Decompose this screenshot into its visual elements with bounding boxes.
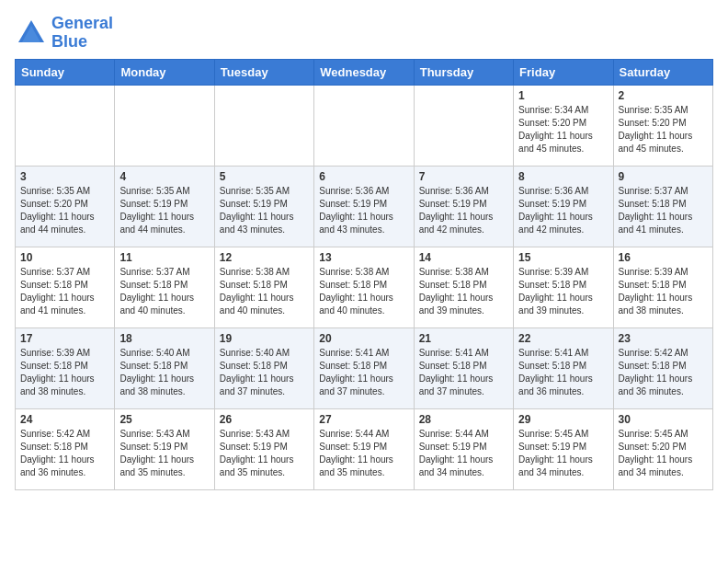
day-info: Sunrise: 5:35 AMSunset: 5:19 PMDaylight:… [220, 185, 309, 236]
day-number: 4 [119, 170, 209, 183]
day-number: 9 [619, 170, 708, 183]
calendar-cell: 18Sunrise: 5:40 AMSunset: 5:18 PMDayligh… [115, 327, 214, 408]
calendar-week-row: 1Sunrise: 5:34 AMSunset: 5:20 PMDaylight… [16, 85, 713, 166]
day-info: Sunrise: 5:36 AMSunset: 5:19 PMDaylight:… [419, 185, 508, 236]
day-number: 24 [20, 413, 109, 426]
day-number: 6 [319, 170, 408, 183]
day-info: Sunrise: 5:45 AMSunset: 5:19 PMDaylight:… [518, 428, 608, 479]
day-info: Sunrise: 5:35 AMSunset: 5:19 PMDaylight:… [119, 185, 209, 236]
day-number: 26 [220, 413, 309, 426]
logo: General Blue [15, 15, 113, 52]
calendar-cell: 28Sunrise: 5:44 AMSunset: 5:19 PMDayligh… [414, 408, 513, 489]
calendar-cell: 16Sunrise: 5:39 AMSunset: 5:18 PMDayligh… [613, 247, 712, 327]
day-info: Sunrise: 5:38 AMSunset: 5:18 PMDaylight:… [220, 266, 309, 317]
day-info: Sunrise: 5:41 AMSunset: 5:18 PMDaylight:… [518, 347, 608, 398]
calendar-cell [115, 85, 214, 166]
day-number: 12 [220, 251, 309, 264]
calendar-cell: 17Sunrise: 5:39 AMSunset: 5:18 PMDayligh… [16, 327, 115, 408]
day-info: Sunrise: 5:41 AMSunset: 5:18 PMDaylight:… [319, 347, 408, 398]
day-number: 28 [419, 413, 508, 426]
calendar-cell: 29Sunrise: 5:45 AMSunset: 5:19 PMDayligh… [514, 408, 613, 489]
day-info: Sunrise: 5:34 AMSunset: 5:20 PMDaylight:… [518, 104, 608, 155]
calendar-cell: 24Sunrise: 5:42 AMSunset: 5:18 PMDayligh… [16, 408, 115, 489]
day-info: Sunrise: 5:43 AMSunset: 5:19 PMDaylight:… [220, 428, 309, 479]
day-number: 20 [319, 332, 408, 345]
calendar-cell: 8Sunrise: 5:36 AMSunset: 5:19 PMDaylight… [514, 166, 613, 247]
calendar-cell [314, 85, 414, 166]
day-info: Sunrise: 5:38 AMSunset: 5:18 PMDaylight:… [319, 266, 408, 317]
calendar-cell: 6Sunrise: 5:36 AMSunset: 5:19 PMDaylight… [314, 166, 414, 247]
calendar-cell [214, 85, 313, 166]
calendar-cell: 1Sunrise: 5:34 AMSunset: 5:20 PMDaylight… [514, 85, 613, 166]
day-info: Sunrise: 5:40 AMSunset: 5:18 PMDaylight:… [119, 347, 209, 398]
calendar-cell: 10Sunrise: 5:37 AMSunset: 5:18 PMDayligh… [16, 247, 115, 327]
day-number: 16 [619, 251, 708, 264]
day-info: Sunrise: 5:39 AMSunset: 5:18 PMDaylight:… [20, 347, 109, 398]
day-info: Sunrise: 5:35 AMSunset: 5:20 PMDaylight:… [20, 185, 109, 236]
calendar-cell: 9Sunrise: 5:37 AMSunset: 5:18 PMDaylight… [613, 166, 712, 247]
day-number: 7 [419, 170, 508, 183]
calendar-cell: 14Sunrise: 5:38 AMSunset: 5:18 PMDayligh… [414, 247, 513, 327]
calendar-cell: 19Sunrise: 5:40 AMSunset: 5:18 PMDayligh… [214, 327, 313, 408]
calendar-cell: 12Sunrise: 5:38 AMSunset: 5:18 PMDayligh… [214, 247, 313, 327]
calendar-cell: 27Sunrise: 5:44 AMSunset: 5:19 PMDayligh… [314, 408, 414, 489]
day-number: 23 [619, 332, 708, 345]
day-number: 18 [119, 332, 209, 345]
calendar-cell: 7Sunrise: 5:36 AMSunset: 5:19 PMDaylight… [414, 166, 513, 247]
day-number: 3 [20, 170, 109, 183]
day-info: Sunrise: 5:39 AMSunset: 5:18 PMDaylight:… [518, 266, 608, 317]
logo-text: General Blue [51, 15, 113, 52]
day-number: 10 [20, 251, 109, 264]
calendar-cell: 23Sunrise: 5:42 AMSunset: 5:18 PMDayligh… [613, 327, 712, 408]
calendar-week-row: 24Sunrise: 5:42 AMSunset: 5:18 PMDayligh… [16, 408, 713, 489]
day-number: 22 [518, 332, 608, 345]
day-header-saturday: Saturday [613, 59, 712, 85]
day-number: 8 [518, 170, 608, 183]
day-number: 27 [319, 413, 408, 426]
day-info: Sunrise: 5:39 AMSunset: 5:18 PMDaylight:… [619, 266, 708, 317]
calendar-cell: 3Sunrise: 5:35 AMSunset: 5:20 PMDaylight… [16, 166, 115, 247]
day-number: 17 [20, 332, 109, 345]
day-info: Sunrise: 5:37 AMSunset: 5:18 PMDaylight:… [119, 266, 209, 317]
calendar-cell: 2Sunrise: 5:35 AMSunset: 5:20 PMDaylight… [613, 85, 712, 166]
calendar-cell: 13Sunrise: 5:38 AMSunset: 5:18 PMDayligh… [314, 247, 414, 327]
day-info: Sunrise: 5:40 AMSunset: 5:18 PMDaylight:… [220, 347, 309, 398]
calendar-header-row: SundayMondayTuesdayWednesdayThursdayFrid… [16, 59, 713, 85]
page-header: General Blue [15, 15, 713, 52]
day-info: Sunrise: 5:37 AMSunset: 5:18 PMDaylight:… [619, 185, 708, 236]
day-number: 21 [419, 332, 508, 345]
day-info: Sunrise: 5:45 AMSunset: 5:20 PMDaylight:… [619, 428, 708, 479]
day-info: Sunrise: 5:43 AMSunset: 5:19 PMDaylight:… [119, 428, 209, 479]
day-number: 11 [119, 251, 209, 264]
calendar-cell [16, 85, 115, 166]
day-info: Sunrise: 5:42 AMSunset: 5:18 PMDaylight:… [20, 428, 109, 479]
calendar-cell [414, 85, 513, 166]
calendar-week-row: 10Sunrise: 5:37 AMSunset: 5:18 PMDayligh… [16, 247, 713, 327]
day-number: 13 [319, 251, 408, 264]
day-header-tuesday: Tuesday [214, 59, 313, 85]
day-info: Sunrise: 5:35 AMSunset: 5:20 PMDaylight:… [619, 104, 708, 155]
calendar-cell: 11Sunrise: 5:37 AMSunset: 5:18 PMDayligh… [115, 247, 214, 327]
calendar-cell: 30Sunrise: 5:45 AMSunset: 5:20 PMDayligh… [613, 408, 712, 489]
day-number: 29 [518, 413, 608, 426]
calendar-cell: 20Sunrise: 5:41 AMSunset: 5:18 PMDayligh… [314, 327, 414, 408]
day-number: 25 [119, 413, 209, 426]
day-info: Sunrise: 5:38 AMSunset: 5:18 PMDaylight:… [419, 266, 508, 317]
calendar-cell: 5Sunrise: 5:35 AMSunset: 5:19 PMDaylight… [214, 166, 313, 247]
calendar-cell: 25Sunrise: 5:43 AMSunset: 5:19 PMDayligh… [115, 408, 214, 489]
day-info: Sunrise: 5:37 AMSunset: 5:18 PMDaylight:… [20, 266, 109, 317]
calendar-cell: 4Sunrise: 5:35 AMSunset: 5:19 PMDaylight… [115, 166, 214, 247]
calendar-cell: 22Sunrise: 5:41 AMSunset: 5:18 PMDayligh… [514, 327, 613, 408]
calendar-table: SundayMondayTuesdayWednesdayThursdayFrid… [15, 59, 713, 490]
calendar-cell: 21Sunrise: 5:41 AMSunset: 5:18 PMDayligh… [414, 327, 513, 408]
day-info: Sunrise: 5:44 AMSunset: 5:19 PMDaylight:… [319, 428, 408, 479]
day-number: 14 [419, 251, 508, 264]
day-info: Sunrise: 5:36 AMSunset: 5:19 PMDaylight:… [518, 185, 608, 236]
day-header-wednesday: Wednesday [314, 59, 414, 85]
day-info: Sunrise: 5:41 AMSunset: 5:18 PMDaylight:… [419, 347, 508, 398]
calendar-week-row: 17Sunrise: 5:39 AMSunset: 5:18 PMDayligh… [16, 327, 713, 408]
day-header-thursday: Thursday [414, 59, 513, 85]
logo-icon [15, 17, 48, 50]
day-info: Sunrise: 5:36 AMSunset: 5:19 PMDaylight:… [319, 185, 408, 236]
calendar-cell: 26Sunrise: 5:43 AMSunset: 5:19 PMDayligh… [214, 408, 313, 489]
